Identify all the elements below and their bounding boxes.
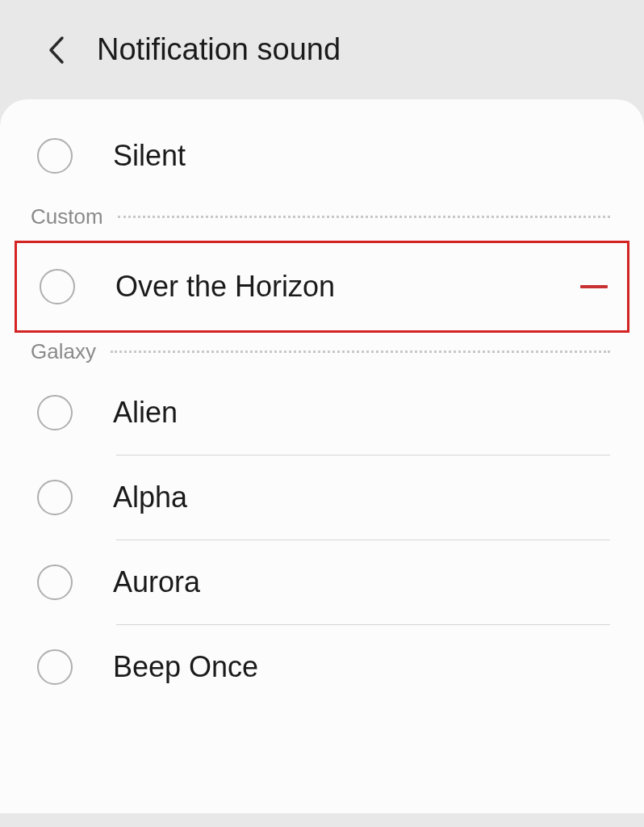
section-label: Galaxy — [31, 339, 96, 364]
radio-icon[interactable] — [37, 649, 73, 685]
sound-item-beep-once[interactable]: Beep Once — [0, 625, 644, 709]
sound-label: Over the Horizon — [115, 270, 540, 304]
sound-label: Alpha — [113, 481, 610, 514]
sound-label: Aurora — [113, 565, 610, 599]
header: Notification sound — [0, 0, 644, 99]
sound-label: Silent — [113, 139, 610, 173]
radio-icon[interactable] — [37, 480, 73, 515]
radio-icon[interactable] — [37, 395, 73, 430]
section-label: Custom — [31, 204, 103, 229]
sound-label: Alien — [113, 396, 610, 430]
sound-item-silent[interactable]: Silent — [0, 114, 644, 198]
section-header-galaxy: Galaxy — [0, 339, 644, 371]
back-icon[interactable] — [45, 36, 68, 65]
content-panel: Silent Custom Over the Horizon Galaxy Al… — [0, 99, 644, 813]
sound-item-alien[interactable]: Alien — [0, 371, 644, 455]
sound-item-over-the-horizon[interactable]: Over the Horizon — [15, 241, 629, 333]
minus-icon[interactable] — [580, 285, 608, 288]
sound-label: Beep Once — [113, 650, 610, 684]
section-header-custom: Custom — [0, 204, 644, 236]
radio-icon[interactable] — [37, 565, 73, 600]
radio-icon[interactable] — [37, 138, 73, 174]
sound-item-aurora[interactable]: Aurora — [0, 540, 644, 624]
page-title: Notification sound — [97, 32, 341, 67]
divider — [118, 216, 610, 218]
divider — [111, 351, 610, 353]
sound-item-alpha[interactable]: Alpha — [0, 455, 644, 539]
radio-icon[interactable] — [40, 269, 75, 304]
